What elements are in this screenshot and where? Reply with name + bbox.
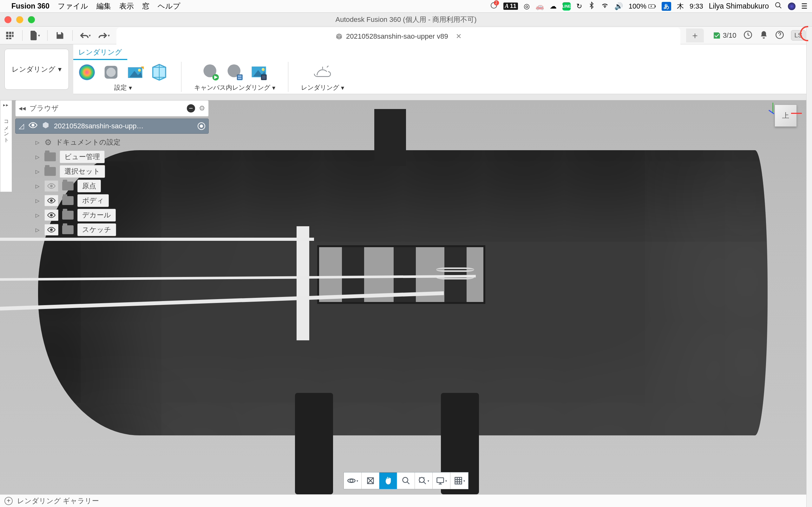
expand-caret-icon[interactable]: ◿ [19,122,24,130]
display-settings-button[interactable]: ▾ [433,472,450,489]
svg-point-31 [262,68,264,71]
texture-map-controls-button[interactable] [150,63,168,81]
add-render-button[interactable]: + [4,497,13,505]
siri-icon[interactable] [788,3,796,10]
render-button[interactable] [313,63,332,81]
timemachine-icon[interactable]: ↻ [576,2,582,10]
expand-caret-icon[interactable]: ▷ [36,169,41,175]
orbit-button[interactable]: ▾ [344,472,362,489]
clock-day[interactable]: 木 [677,2,684,11]
expand-caret-icon[interactable]: ▷ [36,212,41,218]
document-tab-title: 20210528sanshin-sao-upper v89 [346,32,448,41]
eye-icon[interactable] [29,122,38,130]
volume-icon[interactable]: 🔊 [614,2,623,10]
workspace-switcher[interactable]: レンダリング ▾ [4,49,69,90]
left-panel-strip[interactable]: ▸▸ コメント [0,100,12,192]
notifications-icon[interactable] [759,31,768,41]
tree-label: ビュー管理 [60,151,105,163]
expand-caret-icon[interactable]: ▷ [36,183,41,189]
username[interactable]: Lilya Shimabukuro [709,2,769,10]
decal-button[interactable] [126,63,144,81]
battery-status[interactable]: 100% [629,2,656,10]
zoom-button[interactable] [397,472,415,489]
expand-caret-icon[interactable]: ▷ [36,139,41,146]
collapse-icon[interactable]: ◂◂ [19,104,26,112]
clock-time[interactable]: 9:33 [690,2,703,10]
browser-root-row[interactable]: ◿ 20210528sanshin-sao-upp… [15,118,209,134]
menu-file[interactable]: ファイル [58,1,88,11]
in-canvas-render-button[interactable] [201,63,220,81]
line-app-icon[interactable]: LINE [562,2,571,10]
visibility-toggle[interactable] [44,180,58,192]
cloud-icon[interactable]: ☁ [550,2,557,10]
expand-caret-icon[interactable]: ▷ [36,154,41,160]
redo-button[interactable]: ▾ [97,29,111,42]
job-status[interactable]: 3/10 [713,32,737,40]
svg-point-3 [775,3,780,7]
menu-window[interactable]: 窓 [142,1,149,11]
activate-radio[interactable] [198,122,205,130]
viewcube[interactable]: 上 [774,105,797,127]
expand-icon[interactable]: ▸▸ [3,102,9,107]
separator [181,62,182,92]
menubar-right: 2 A11 ◎ 🚗 ☁ LINE ↻ 🔊 100% あ 木 9:33 Lilya… [490,2,808,11]
menu-view[interactable]: 表示 [119,1,134,11]
svg-rect-7 [6,35,8,37]
menu-edit[interactable]: 編集 [96,1,111,11]
appearance-button[interactable] [78,63,96,81]
fit-button[interactable]: ▾ [415,472,433,489]
spiral-icon[interactable]: ◎ [524,2,530,10]
adobe-cc-icon[interactable]: A11 [503,3,518,10]
visibility-toggle[interactable] [44,224,58,235]
file-menu-button[interactable]: ▾ [28,29,42,42]
visibility-toggle[interactable] [44,195,58,206]
left-strip-label: コメント [3,117,9,140]
menu-help[interactable]: ヘルプ [158,1,181,11]
expand-caret-icon[interactable]: ▷ [36,227,41,233]
ribbon-tab-render[interactable]: レンダリング [73,46,127,60]
tree-row-sketches[interactable]: ▷ スケッチ [15,222,209,237]
help-icon[interactable] [775,31,784,41]
spotlight-icon[interactable] [774,2,782,11]
svg-point-38 [350,479,353,482]
notifications-menubar-icon[interactable]: 2 [490,2,498,11]
grid-settings-button[interactable]: ▾ [450,472,468,489]
pan-button[interactable] [379,472,397,489]
car-icon[interactable]: 🚗 [536,2,544,10]
capture-image-button[interactable] [250,63,268,81]
gear-icon[interactable]: ⚙ [199,104,205,112]
tree-row-decals[interactable]: ▷ デカール [15,208,209,222]
tree-row-view-management[interactable]: ▷ ビュー管理 [15,150,209,164]
tree-label: スケッチ [78,223,116,236]
new-tab-button[interactable]: ＋ [686,29,704,43]
browser-header[interactable]: ◂◂ ブラウザ − ⚙ [15,100,209,117]
data-panel-button[interactable] [3,29,16,42]
scene-settings-button[interactable] [102,63,120,81]
document-tab[interactable]: 20210528sanshin-sao-upper v89 ✕ [116,27,680,45]
expand-caret-icon[interactable]: ▷ [36,198,41,204]
tree-row-bodies[interactable]: ▷ ボディ [15,193,209,208]
look-at-button[interactable] [362,472,379,489]
bluetooth-icon[interactable] [588,2,595,11]
tree-label: デカール [78,209,116,222]
app-name[interactable]: Fusion 360 [11,2,49,10]
wifi-icon[interactable] [601,2,609,11]
in-canvas-render-settings-button[interactable] [225,63,244,81]
tree-row-document-settings[interactable]: ▷ ⚙ ドキュメントの設定 [15,135,209,150]
tree-row-origin[interactable]: ▷ 原点 [15,179,209,193]
browser-collapse-button[interactable]: − [187,104,195,112]
ime-indicator[interactable]: あ [662,2,671,11]
control-center-icon[interactable]: ☰ [801,2,808,10]
tree-row-selection-sets[interactable]: ▷ 選択セット [15,164,209,179]
ribbon-group-render-label: レンダリング ▾ [301,83,344,92]
battery-percent: 100% [629,2,647,10]
close-tab-button[interactable]: ✕ [456,32,461,41]
save-button[interactable] [53,29,67,42]
visibility-toggle[interactable] [44,210,58,221]
clock-history-icon[interactable] [744,31,752,41]
undo-button[interactable]: ▾ [78,29,92,42]
chevron-down-icon: ▾ [58,65,61,73]
notifications-badge: 2 [494,0,499,5]
right-scrollbar[interactable] [806,27,812,507]
browser-root-name: 20210528sanshin-sao-upp… [54,122,193,130]
